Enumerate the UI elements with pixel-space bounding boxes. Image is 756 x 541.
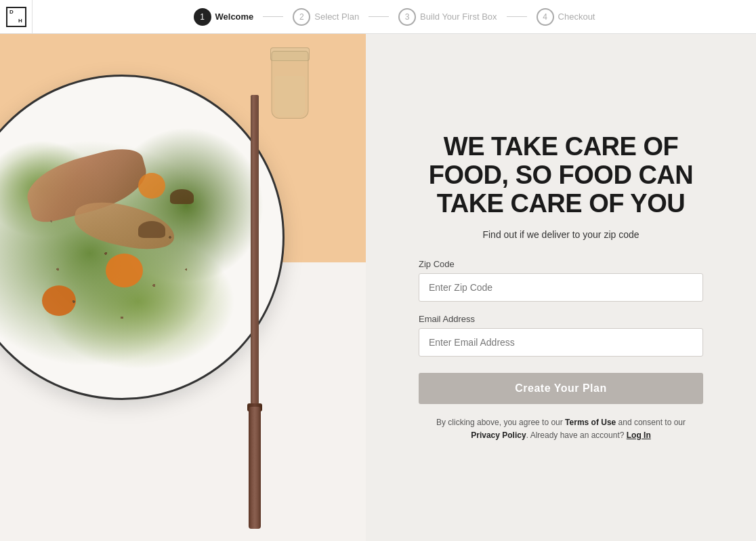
privacy-policy-link[interactable]: Privacy Policy [471,430,526,440]
welcome-form: WE TAKE CARE OF FOOD, SO FOOD CAN TAKE C… [419,133,703,442]
nav-step-3[interactable]: 3 Build Your First Box [398,8,497,26]
step-label-3: Build Your First Box [420,12,497,22]
logo-blank [16,8,25,17]
terms-of-use-link[interactable]: Terms of Use [565,418,616,427]
step-circle-1: 1 [194,8,211,26]
main-content: WE TAKE CARE OF FOOD, SO FOOD CAN TAKE C… [0,34,756,541]
step-circle-3: 3 [398,8,416,26]
nav-step-2[interactable]: 2 Select Plan [293,8,359,26]
zip-field-group: Zip Code [419,259,703,302]
food-image-panel [0,34,366,541]
step-label-1: Welcome [215,12,254,22]
email-label: Email Address [419,314,703,324]
nav-sep-2 [369,16,389,17]
plate-container [0,75,312,427]
logo-blank2 [7,17,16,26]
email-field-group: Email Address [419,314,703,357]
step-nav: 1 Welcome 2 Select Plan 3 Build Your Fir… [33,8,756,26]
zip-label: Zip Code [419,259,703,269]
step-label-2: Select Plan [314,12,359,22]
nav-sep-3 [507,16,527,17]
create-plan-button[interactable]: Create Your Plan [419,373,703,404]
knife-decoration [245,95,264,529]
legal-middle: and consent to our [616,418,686,427]
legal-text: By clicking above, you agree to our Term… [419,416,703,442]
hero-subtitle: Find out if we deliver to your zip code [419,229,703,240]
logo-h: H [16,17,25,26]
email-input[interactable] [419,328,703,357]
logo[interactable]: D H [0,0,33,34]
nav-step-1[interactable]: 1 Welcome [194,8,254,26]
step-circle-4: 4 [537,8,554,26]
legal-suffix: . Already have an account? [526,430,625,440]
zip-input[interactable] [419,273,703,302]
nav-sep-1 [263,16,283,17]
login-link[interactable]: Log In [627,430,651,440]
form-panel: WE TAKE CARE OF FOOD, SO FOOD CAN TAKE C… [366,34,756,541]
logo-d: D [7,8,16,17]
knife-handle [249,407,261,529]
lentils-dots [0,77,282,398]
header: D H 1 Welcome 2 Select Plan [0,0,756,34]
knife-blade [251,95,259,407]
legal-prefix: By clicking above, you agree to our [436,418,565,427]
step-label-4: Checkout [558,12,595,22]
step-circle-2: 2 [293,8,310,26]
food-plate [0,75,285,400]
nav-step-4[interactable]: 4 Checkout [537,8,595,26]
hero-title: WE TAKE CARE OF FOOD, SO FOOD CAN TAKE C… [419,133,703,218]
